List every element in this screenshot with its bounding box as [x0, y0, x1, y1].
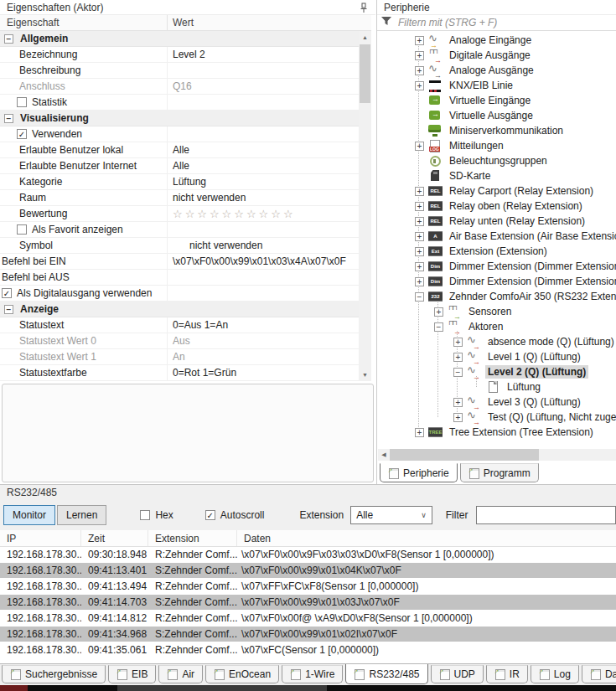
tab-enocean[interactable]: EnOcean	[205, 665, 279, 683]
tree-item-dimmer-extension-dimmer-extension[interactable]: +DimDimmer Extension (Dimmer Extension)	[377, 259, 616, 274]
property-value-cell[interactable]	[168, 63, 359, 78]
tab-1-wire[interactable]: 1-Wire	[282, 665, 343, 683]
property-row-symbol[interactable]: Symbolnicht verwenden	[0, 238, 359, 254]
tree-item-relay-carport-relay-extension[interactable]: +RELRelay Carport (Relay Extension)	[377, 183, 616, 199]
checkbox[interactable]	[17, 224, 27, 235]
property-row-bezeichnung[interactable]: BezeichnungLevel 2	[0, 47, 359, 63]
tree-item-miniserverkommunikation[interactable]: Miniserverkommunikation	[377, 123, 616, 138]
tab-ir[interactable]: IR	[486, 665, 528, 683]
column-header-daten[interactable]: Daten	[237, 530, 616, 546]
tree-item-analoge-ausg-nge[interactable]: +Analoge Ausgänge	[377, 63, 616, 78]
property-row-statustextfarbe[interactable]: Statustextfarbe0=Rot 1=Grün	[0, 365, 359, 381]
expand-icon[interactable]: +	[415, 66, 424, 75]
column-header-property[interactable]: Eigenschaft	[0, 15, 168, 30]
property-row-statustext[interactable]: Statustext0=Aus 1=An	[0, 317, 359, 333]
property-value-cell[interactable]: \x07\xF0\x00\x99\x01\x03\x4A\x07\x0F	[168, 254, 359, 269]
property-section-anzeige[interactable]: −Anzeige	[0, 302, 359, 317]
tab-suchergebnisse[interactable]: Suchergebnisse	[2, 665, 106, 683]
property-value-cell[interactable]: Lüftung	[168, 174, 359, 189]
property-row-als-favorit-anzeigen[interactable]: Als Favorit anzeigen	[0, 222, 359, 238]
expand-icon[interactable]: +	[453, 338, 463, 347]
collapse-icon[interactable]: −	[4, 114, 13, 123]
tree-item-relay-oben-relay-extension[interactable]: +RELRelay oben (Relay Extension)	[377, 199, 616, 214]
expand-icon[interactable]: +	[415, 217, 424, 226]
table-row[interactable]: 192.168.178.30...09:30:18.948R:Zehnder C…	[0, 547, 616, 563]
scroll-up-icon[interactable]: ▲	[359, 31, 371, 44]
tree-horizontal-scrollbar[interactable]: ◀	[378, 449, 616, 461]
tree-item-analoge-eing-nge[interactable]: +Analoge Eingänge	[377, 33, 616, 48]
tab-peripherie[interactable]: Peripherie	[380, 463, 458, 482]
property-row-befehl-bei-ein[interactable]: Befehl bei EIN\x07\xF0\x00\x99\x01\x03\x…	[0, 254, 359, 270]
extension-dropdown[interactable]: Alle ∨	[350, 506, 432, 524]
property-value-cell[interactable]	[168, 95, 359, 110]
tree-item-dimmer-extension-dimmer-extension[interactable]: +DimDimmer Extension (Dimmer Extension)	[377, 274, 616, 289]
lernen-button[interactable]: Lernen	[57, 505, 106, 525]
collapse-icon[interactable]: −	[415, 292, 424, 302]
scrollbar-thumb[interactable]	[390, 449, 539, 461]
rating-stars[interactable]: ☆☆☆☆☆☆☆☆☆☆	[173, 208, 296, 220]
collapse-icon[interactable]: −	[434, 322, 443, 332]
property-value-cell[interactable]: 0=Rot 1=Grün	[168, 365, 359, 380]
property-row-statustext-wert-1[interactable]: Statustext Wert 1An	[0, 349, 359, 365]
property-value-cell[interactable]: ☆☆☆☆☆☆☆☆☆☆	[168, 206, 359, 221]
property-row-bewertung[interactable]: Bewertung☆☆☆☆☆☆☆☆☆☆	[0, 206, 359, 222]
tab-rs232-485[interactable]: RS232/485	[345, 663, 427, 684]
tree-item-level-2-q-l-ftung[interactable]: −Level 2 (Q) (Lüftung)	[377, 364, 616, 379]
tab-log[interactable]: Log	[531, 665, 579, 683]
monitor-button[interactable]: Monitor	[3, 505, 55, 525]
tree-item-zehnder-comfoair-350-rs232-extensio[interactable]: −232Zehnder ComfoAir 350 (RS232 Extensio	[377, 289, 616, 304]
table-row[interactable]: 192.168.178.30...09:41:34.968S:Zehnder C…	[0, 627, 616, 642]
tree-item-aktoren[interactable]: −Aktoren	[377, 319, 616, 334]
property-row-raum[interactable]: Raumnicht verwenden	[0, 190, 359, 206]
checkbox[interactable]: ✓	[17, 129, 27, 139]
property-row-befehl-bei-aus[interactable]: Befehl bei AUS	[0, 270, 359, 286]
property-value-cell[interactable]: An	[168, 349, 359, 364]
property-row-verwenden[interactable]: ✓Verwenden	[0, 126, 359, 142]
property-row-erlaubte-benutzer-lokal[interactable]: Erlaubte Benutzer lokalAlle	[0, 142, 359, 158]
property-value-cell[interactable]	[168, 222, 359, 237]
property-row-anschluss[interactable]: AnschlussQ16	[0, 79, 359, 95]
collapse-icon[interactable]: −	[4, 305, 13, 314]
scroll-down-icon[interactable]: ▼	[359, 369, 371, 381]
checkbox[interactable]: ✓	[2, 288, 12, 298]
checkbox[interactable]	[17, 97, 27, 107]
expand-icon[interactable]: +	[415, 247, 424, 256]
expand-icon[interactable]: +	[415, 277, 424, 286]
tree-item-mitteilungen[interactable]: +LOGMitteilungen	[377, 138, 616, 153]
table-row[interactable]: 192.168.178.30...09:41:13.401S:Zehnder C…	[0, 563, 616, 579]
property-value-cell[interactable]: nicht verwenden	[168, 190, 359, 205]
property-row-als-digitalausgang-verwenden[interactable]: ✓Als Digitalausgang verwenden	[0, 286, 359, 302]
tree-item-air-base-extension-air-base-extension[interactable]: +AAir Base Extension (Air Base Extension…	[377, 229, 616, 244]
expand-icon[interactable]: +	[415, 187, 424, 196]
expand-icon[interactable]: +	[453, 353, 463, 362]
property-value-cell[interactable]	[168, 126, 359, 142]
column-header-zeit[interactable]: Zeit	[81, 530, 148, 546]
collapse-icon[interactable]: −	[453, 368, 463, 377]
hex-checkbox[interactable]	[140, 510, 150, 520]
tree-item-l-ftung[interactable]: Lüftung	[377, 379, 616, 394]
tree-item-level-3-q-l-ftung[interactable]: +Level 3 (Q) (Lüftung)	[377, 394, 616, 410]
property-row-beschreibung[interactable]: Beschreibung	[0, 63, 359, 79]
column-header-extension[interactable]: Extension	[148, 530, 237, 546]
tree-item-absence-mode-q-l-ftung[interactable]: +absence mode (Q) (Lüftung)	[377, 334, 616, 349]
table-row[interactable]: 192.168.178.30...09:41:13.494R:Zehnder C…	[0, 579, 616, 595]
property-value-cell[interactable]: nicht verwenden	[168, 238, 359, 253]
tab-udp[interactable]: UDP	[431, 665, 484, 683]
property-row-erlaubte-benutzer-internet[interactable]: Erlaubte Benutzer InternetAlle	[0, 158, 359, 174]
property-value-cell[interactable]: Q16	[168, 79, 359, 94]
scrollbar-thumb[interactable]	[360, 44, 370, 103]
property-value-cell[interactable]: 0=Aus 1=An	[168, 317, 359, 333]
expand-icon[interactable]: +	[415, 232, 424, 241]
column-header-value[interactable]: Wert	[168, 17, 194, 28]
tree-item-sd-karte[interactable]: SD-Karte	[377, 168, 616, 183]
tree-item-level-1-q-l-ftung[interactable]: +Level 1 (Q) (Lüftung)	[377, 349, 616, 364]
tree-item-sensoren[interactable]: +Sensoren	[377, 304, 616, 319]
tree-item-virtuelle-ausg-nge[interactable]: Virtuelle Ausgänge	[377, 108, 616, 123]
expand-icon[interactable]: +	[415, 428, 424, 437]
property-value-cell[interactable]	[168, 286, 359, 301]
tree-item-digitale-ausg-nge[interactable]: +Digitale Ausgänge	[377, 48, 616, 63]
table-row[interactable]: 192.168.178.30...09:41:14.812R:Zehnder C…	[0, 611, 616, 627]
expand-icon[interactable]: +	[434, 307, 443, 317]
property-section-visualisierung[interactable]: −Visualisierung	[0, 111, 359, 126]
tab-eib[interactable]: EIB	[108, 665, 156, 683]
